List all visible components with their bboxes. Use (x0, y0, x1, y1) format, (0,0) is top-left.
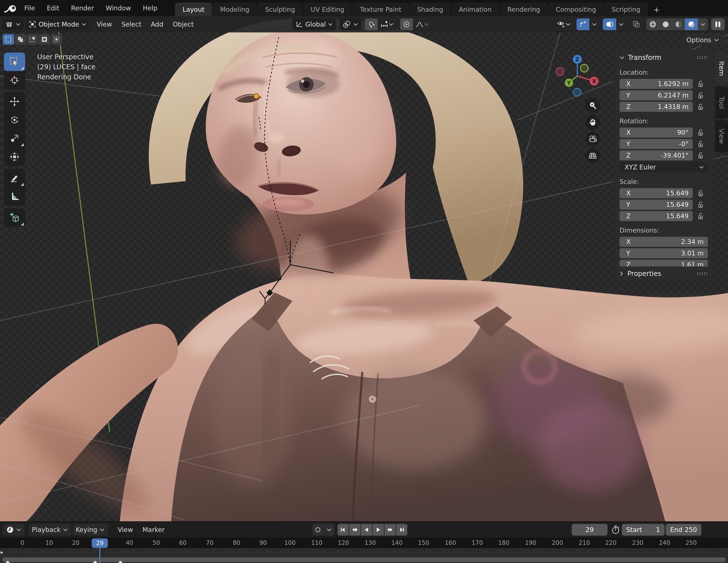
pause-render-button[interactable] (711, 18, 725, 30)
rotation-y-field[interactable]: Y -0° (620, 139, 693, 149)
menu-window[interactable]: Window (100, 0, 137, 16)
proportional-edit-toggle[interactable] (400, 18, 413, 30)
mode-dropdown[interactable]: Object Mode (26, 18, 89, 30)
current-frame-field[interactable]: 29 (572, 524, 608, 536)
channel-expand-icon[interactable]: ▸ (1, 549, 3, 555)
vp-menu-add[interactable]: Add (146, 21, 168, 28)
start-frame-field[interactable]: Start 1 (622, 524, 665, 536)
xray-toggle[interactable] (630, 18, 643, 30)
tool-rotate[interactable] (4, 111, 25, 129)
playback-menu[interactable]: Playback (29, 524, 71, 536)
vp-menu-object[interactable]: Object (168, 21, 198, 28)
add-workspace-button[interactable]: + (648, 3, 665, 16)
shading-solid-button[interactable] (659, 18, 672, 30)
timeline-menu-marker[interactable]: Marker (138, 526, 169, 533)
pivot-point-dropdown[interactable] (340, 18, 361, 30)
tool-annotate[interactable] (4, 169, 25, 187)
stopwatch-icon[interactable] (611, 525, 620, 534)
scale-x-field[interactable]: X 15.649 (620, 188, 693, 198)
shading-material-button[interactable] (672, 18, 685, 30)
shading-wireframe-button[interactable] (646, 18, 659, 30)
current-frame-badge[interactable]: 29 (92, 538, 108, 548)
navigation-gizmo[interactable]: Z X Y (555, 53, 602, 101)
tool-scale[interactable] (4, 129, 25, 148)
tool-move[interactable] (4, 92, 25, 111)
tab-texture-paint[interactable]: Texture Paint (352, 3, 409, 16)
3d-viewport[interactable]: Object Mode View Select Add Object Globa… (0, 16, 728, 521)
orientation-dropdown[interactable]: Global (292, 18, 336, 30)
snap-toggle[interactable] (365, 18, 378, 30)
tab-layout[interactable]: Layout (175, 3, 212, 16)
prev-keyframe-button[interactable] (349, 524, 360, 536)
lock-icon[interactable] (697, 140, 704, 148)
auto-keying-toggle[interactable] (312, 524, 323, 536)
sidebar-tab-item[interactable]: Item (715, 52, 728, 85)
autokey-dropdown[interactable] (324, 524, 334, 536)
select-mode-extend[interactable] (15, 34, 26, 45)
tab-shading[interactable]: Shading (410, 3, 451, 16)
shading-rendered-button[interactable] (685, 18, 698, 30)
lock-icon[interactable] (697, 80, 704, 88)
tool-measure[interactable] (4, 187, 25, 206)
editor-type-button[interactable] (2, 18, 23, 30)
location-y-field[interactable]: Y 6.2147 m (620, 90, 693, 100)
timeline-ruler[interactable]: 0 10 20 40 50 60 70 80 90 100 110 120 13… (0, 538, 728, 548)
gizmos-dropdown[interactable] (589, 18, 599, 30)
tab-uv-editing[interactable]: UV Editing (303, 3, 352, 16)
tool-transform[interactable] (4, 148, 25, 166)
location-z-field[interactable]: Z 1.4318 m (620, 102, 693, 112)
jump-to-start-button[interactable] (337, 524, 349, 536)
scale-z-field[interactable]: Z 15.649 (620, 211, 693, 221)
playhead[interactable] (99, 548, 100, 563)
overlays-dropdown[interactable] (616, 18, 626, 30)
gizmo-minus-y-ball[interactable] (580, 64, 588, 72)
menu-edit[interactable]: Edit (41, 0, 65, 16)
lock-icon[interactable] (697, 92, 704, 99)
options-dropdown[interactable]: Options (682, 34, 724, 46)
snap-with-dropdown[interactable] (378, 18, 396, 30)
tool-tweak-select[interactable] (4, 53, 25, 71)
gizmo-minus-x-ball[interactable] (556, 68, 564, 75)
drag-dots-icon[interactable] (697, 56, 708, 60)
object-origin-dot[interactable] (254, 94, 259, 99)
select-mode-set[interactable] (3, 34, 14, 45)
lock-icon[interactable] (697, 190, 704, 197)
select-mode-intersect[interactable] (51, 34, 62, 45)
lock-icon[interactable] (697, 201, 704, 209)
location-x-field[interactable]: X 1.6292 m (620, 79, 693, 89)
end-frame-field[interactable]: End 250 (666, 524, 701, 536)
show-overlays-toggle[interactable] (603, 18, 616, 30)
select-mode-subtract[interactable] (27, 34, 38, 45)
select-mode-invert[interactable] (39, 34, 50, 45)
lock-icon[interactable] (697, 152, 704, 159)
menu-help[interactable]: Help (137, 0, 163, 16)
sidebar-tab-view[interactable]: View (715, 120, 728, 152)
show-gizmos-toggle[interactable] (576, 18, 589, 30)
scale-y-field[interactable]: Y 15.649 (620, 200, 693, 210)
menu-file[interactable]: File (18, 0, 41, 16)
tool-cursor[interactable] (4, 71, 25, 89)
rotation-z-field[interactable]: Z -39.401° (620, 150, 693, 160)
vp-menu-select[interactable]: Select (117, 21, 146, 28)
keying-menu[interactable]: Keying (72, 524, 108, 536)
next-keyframe-button[interactable] (384, 524, 396, 536)
proportional-falloff-dropdown[interactable] (413, 18, 431, 30)
sidebar-tab-tool[interactable]: Tool (715, 87, 728, 119)
dimensions-y-field[interactable]: Y 3.01 m (620, 248, 708, 258)
collapse-icon[interactable] (620, 56, 625, 59)
toggle-ortho-button[interactable] (585, 148, 600, 163)
menu-render[interactable]: Render (65, 0, 100, 16)
properties-collapsed-panel[interactable]: Properties (614, 266, 713, 281)
lock-icon[interactable] (697, 212, 704, 220)
zoom-view-button[interactable] (585, 98, 600, 113)
tab-scripting[interactable]: Scripting (604, 3, 648, 16)
timeline-menu-view[interactable]: View (113, 526, 138, 533)
pan-view-button[interactable] (585, 115, 600, 130)
rotation-x-field[interactable]: X 90° (620, 127, 693, 138)
visibility-dropdown[interactable] (554, 18, 573, 30)
vp-menu-view[interactable]: View (92, 21, 117, 28)
dimensions-x-field[interactable]: X 2.34 m (620, 237, 708, 247)
tab-compositing[interactable]: Compositing (548, 3, 604, 16)
camera-view-button[interactable] (585, 132, 600, 147)
shading-dropdown[interactable] (698, 18, 708, 30)
